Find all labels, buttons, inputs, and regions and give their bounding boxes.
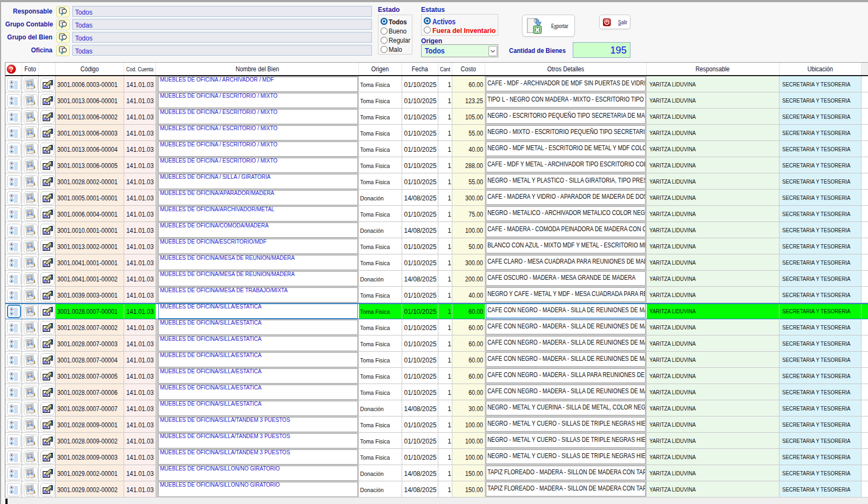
svg-text:?: ? <box>9 65 13 73</box>
